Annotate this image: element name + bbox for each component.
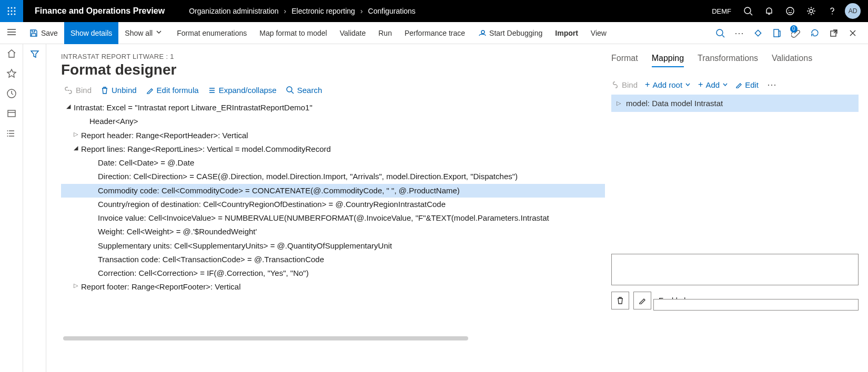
filter-column [23,44,46,372]
import-button[interactable]: Import [549,22,584,44]
module-icon[interactable] [6,108,17,119]
view-button[interactable]: View [584,22,613,44]
svg-point-20 [716,29,723,36]
refresh-icon[interactable] [806,22,824,44]
svg-point-14 [810,9,813,13]
tree-node[interactable]: Country/region of destination: Cell<Coun… [61,198,605,211]
tab-mapping[interactable]: Mapping [652,54,684,67]
bind-button[interactable]: Bind [611,80,638,89]
svg-point-4 [11,11,13,12]
avatar[interactable]: AD [845,3,861,19]
diamond-icon[interactable] [749,22,767,44]
edit-button[interactable]: Edit [735,80,759,89]
tree-node[interactable]: Header<Any> [61,115,605,128]
add-root-button[interactable]: + Add root [645,80,691,89]
link-icon [611,81,619,88]
mapping-node[interactable]: ▷ model: Data model Intrastat [611,95,859,112]
filter-icon[interactable] [30,49,39,372]
start-debugging-button[interactable]: Start Debugging [471,22,549,44]
list-icon[interactable] [6,128,17,139]
format-tree: ◢ Intrastat: Excel = "Intrastat report L… [61,99,605,294]
enabled-input[interactable] [653,299,859,311]
chevron-right-icon: › [284,7,287,15]
svg-point-7 [11,14,13,15]
collapse-icon[interactable]: ◢ [70,144,81,152]
expand-icon[interactable]: ▷ [70,130,81,138]
mapping-toolbar: Bind + Add root + Add Edit ⋯ [611,79,859,90]
tree-node[interactable]: ▷ Report footer: Range<ReportFooter>: Ve… [61,280,605,294]
tree-node[interactable]: Invoice value: Cell<InvoiceValue> = NUMB… [61,211,605,225]
search-command-icon[interactable] [711,22,729,44]
help-icon[interactable] [822,0,843,22]
tree-node[interactable]: Transaction code: Cell<TransactionCode> … [61,253,605,266]
tab-validations[interactable]: Validations [772,54,812,67]
delete-button[interactable] [611,292,629,309]
breadcrumb-item[interactable]: Electronic reporting [291,7,355,15]
svg-line-32 [291,91,294,94]
hamburger-button[interactable] [0,28,23,37]
overflow-icon[interactable]: ⋯ [766,79,778,90]
svg-point-6 [8,14,9,15]
save-button[interactable]: Save [23,22,64,44]
expression-box[interactable] [611,254,859,285]
tree-node[interactable]: ◢ Report lines: Range<ReportLines>: Vert… [61,142,605,156]
left-toolbar: Bind Unbind Edit formula Expand/collapse… [61,86,605,95]
main-area: INTRASTAT REPORT LITWARE : 1 Format desi… [46,44,868,372]
horizontal-scrollbar[interactable] [63,336,468,340]
tree-node-selected[interactable]: Commodity code: Cell<CommodityCode> = CO… [61,184,605,198]
clock-icon[interactable] [6,88,17,99]
collapse-icon[interactable]: ◢ [63,102,74,110]
search-icon[interactable] [738,0,759,22]
tree-node[interactable]: Direction: Cell<Direction> = CASE(@.Dire… [61,170,605,183]
close-icon[interactable] [844,22,862,44]
show-details-button[interactable]: Show details [64,22,118,44]
tree-node[interactable]: Supplementary units: Cell<SupplementaryU… [61,239,605,253]
performance-trace-button[interactable]: Performance trace [398,22,471,44]
tree-node[interactable]: Weight: Cell<Weight> = @.'$RoundedWeight… [61,225,605,239]
svg-point-8 [14,14,16,15]
edit-enabled-button[interactable] [633,292,651,309]
run-button[interactable]: Run [372,22,398,44]
tree-node-root[interactable]: ◢ Intrastat: Excel = "Intrastat report L… [61,101,605,115]
show-all-button[interactable]: Show all [118,22,170,44]
office-icon[interactable] [768,22,786,44]
attachments-icon[interactable]: 0 [787,22,805,44]
breadcrumb-item[interactable]: Configurations [368,7,416,15]
bell-icon[interactable] [759,0,780,22]
svg-point-28 [7,130,8,131]
svg-line-10 [750,13,752,15]
tab-format[interactable]: Format [611,54,638,67]
svg-point-29 [7,133,8,134]
expand-icon[interactable]: ▷ [70,282,81,290]
app-launcher[interactable] [0,0,23,22]
list-tree-icon [208,87,216,94]
add-button[interactable]: + Add [698,80,728,89]
search-button[interactable]: Search [286,86,322,95]
star-icon[interactable] [6,68,17,79]
pencil-icon [146,87,154,94]
breadcrumb-item[interactable]: Organization administration [189,7,278,15]
map-format-to-model-button[interactable]: Map format to model [253,22,333,44]
popout-icon[interactable] [825,22,843,44]
tree-node[interactable]: Date: Cell<Date> = @.Date [61,156,605,170]
expand-collapse-button[interactable]: Expand/collapse [208,86,277,95]
tree-node[interactable]: Correction: Cell<Correction> = IF(@.Corr… [61,266,605,280]
gear-icon[interactable] [801,0,822,22]
edit-formula-button[interactable]: Edit formula [146,86,199,95]
svg-point-2 [14,7,16,9]
expand-icon[interactable]: ▷ [617,100,621,107]
home-icon[interactable] [6,48,17,59]
validate-button[interactable]: Validate [334,22,372,44]
format-enumerations-button[interactable]: Format enumerations [170,22,253,44]
unbind-button[interactable]: Unbind [101,86,137,95]
link-icon [64,87,73,94]
right-tabs: Format Mapping Transformations Validatio… [611,54,859,71]
tree-node[interactable]: ▷ Report header: Range<ReportHeader>: Ve… [61,129,605,142]
overflow-icon[interactable]: ⋯ [730,22,748,44]
company-picker[interactable]: DEMF [705,7,738,15]
workspace: INTRASTAT REPORT LITWARE : 1 Format desi… [0,44,868,372]
show-all-label: Show all [125,29,153,37]
smiley-icon[interactable] [780,0,801,22]
bind-button[interactable]: Bind [64,86,92,95]
tab-transformations[interactable]: Transformations [698,54,758,67]
